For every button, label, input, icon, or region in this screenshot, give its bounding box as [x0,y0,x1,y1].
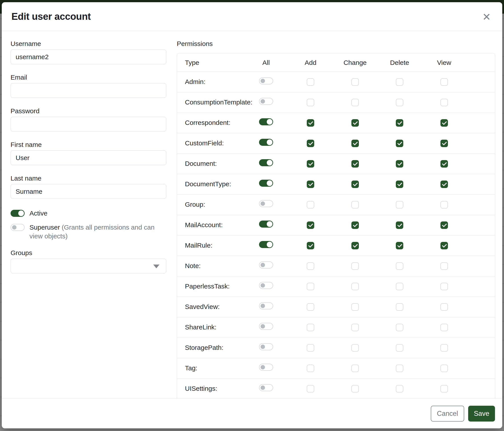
view-checkbox[interactable] [441,99,448,106]
change-checkbox[interactable] [351,99,359,106]
all-toggle[interactable] [259,221,273,228]
delete-checkbox[interactable] [396,365,403,372]
table-row: StoragePath: [177,338,495,358]
add-checkbox[interactable] [307,78,314,86]
add-checkbox[interactable] [307,201,314,208]
delete-checkbox[interactable] [396,344,403,352]
add-checkbox[interactable] [307,221,314,229]
change-checkbox[interactable] [351,140,359,147]
view-checkbox[interactable] [441,385,448,393]
add-checkbox[interactable] [307,180,314,188]
table-row: MailRule: [177,235,495,256]
permissions-header-row: TypeAllAddChangeDeleteView [177,53,495,72]
add-checkbox[interactable] [307,262,314,270]
delete-checkbox[interactable] [396,180,403,188]
table-row: Tag: [177,358,495,379]
all-toggle[interactable] [259,384,273,391]
delete-checkbox[interactable] [396,283,403,290]
all-toggle[interactable] [259,139,273,146]
dimmed-backdrop: Edit user account ✕ Username Email Passw… [0,0,504,431]
change-checkbox[interactable] [351,365,359,372]
close-icon[interactable]: ✕ [480,11,493,23]
superuser-toggle[interactable] [10,224,25,231]
add-checkbox[interactable] [307,160,314,168]
all-toggle[interactable] [259,364,273,371]
view-checkbox[interactable] [441,324,448,331]
change-checkbox[interactable] [351,262,359,270]
change-checkbox[interactable] [351,242,359,249]
all-toggle[interactable] [259,77,273,84]
change-checkbox[interactable] [351,283,359,290]
save-button[interactable]: Save [468,406,495,422]
add-checkbox[interactable] [307,365,314,372]
delete-checkbox[interactable] [396,78,403,86]
view-checkbox[interactable] [441,119,448,127]
change-checkbox[interactable] [351,385,359,393]
all-toggle[interactable] [259,159,273,166]
view-checkbox[interactable] [441,160,448,168]
delete-checkbox[interactable] [396,242,403,249]
add-checkbox[interactable] [307,119,314,127]
delete-checkbox[interactable] [396,324,403,331]
add-checkbox[interactable] [307,324,314,331]
username-input[interactable] [10,49,166,64]
email-input[interactable] [10,83,166,98]
add-checkbox[interactable] [307,385,314,393]
change-checkbox[interactable] [351,303,359,311]
view-checkbox[interactable] [441,344,448,352]
delete-checkbox[interactable] [396,119,403,127]
view-checkbox[interactable] [441,201,448,208]
delete-checkbox[interactable] [396,303,403,311]
all-toggle[interactable] [259,241,273,248]
add-checkbox[interactable] [307,140,314,147]
add-checkbox[interactable] [307,303,314,311]
groups-select[interactable] [10,259,166,273]
delete-checkbox[interactable] [396,262,403,270]
view-checkbox[interactable] [441,283,448,290]
view-checkbox[interactable] [441,365,448,372]
delete-checkbox[interactable] [396,140,403,147]
view-checkbox[interactable] [441,221,448,229]
modal-header: Edit user account ✕ [2,2,502,31]
all-toggle[interactable] [259,302,273,309]
delete-checkbox[interactable] [396,221,403,229]
view-checkbox[interactable] [441,242,448,249]
cancel-button[interactable]: Cancel [431,406,464,422]
first-name-input[interactable] [10,150,166,165]
view-checkbox[interactable] [441,78,448,86]
change-checkbox[interactable] [351,78,359,86]
active-toggle[interactable] [10,210,25,217]
delete-checkbox[interactable] [396,160,403,168]
add-checkbox[interactable] [307,242,314,249]
change-checkbox[interactable] [351,201,359,208]
table-row: Admin: [177,72,495,92]
all-toggle[interactable] [259,98,273,105]
add-checkbox[interactable] [307,283,314,290]
delete-checkbox[interactable] [396,99,403,106]
all-toggle[interactable] [259,180,273,187]
add-checkbox[interactable] [307,344,314,352]
change-checkbox[interactable] [351,160,359,168]
last-name-input[interactable] [10,184,166,199]
email-label: Email [10,73,166,81]
change-checkbox[interactable] [351,344,359,352]
view-checkbox[interactable] [441,180,448,188]
all-toggle[interactable] [259,323,273,330]
permission-type-label: ShareLink: [177,317,244,338]
change-checkbox[interactable] [351,119,359,127]
view-checkbox[interactable] [441,303,448,311]
view-checkbox[interactable] [441,140,448,147]
delete-checkbox[interactable] [396,385,403,393]
view-checkbox[interactable] [441,262,448,270]
change-checkbox[interactable] [351,324,359,331]
all-toggle[interactable] [259,118,273,125]
all-toggle[interactable] [259,282,273,289]
all-toggle[interactable] [259,343,273,350]
add-checkbox[interactable] [307,99,314,106]
all-toggle[interactable] [259,200,273,207]
all-toggle[interactable] [259,261,273,269]
password-input[interactable] [10,117,166,132]
change-checkbox[interactable] [351,180,359,188]
delete-checkbox[interactable] [396,201,403,208]
change-checkbox[interactable] [351,221,359,229]
